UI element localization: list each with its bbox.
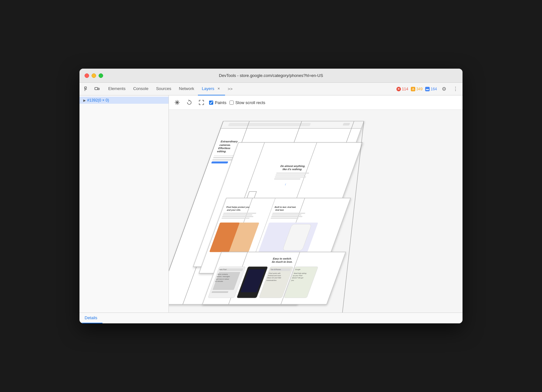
svg-text:and more in about: and more in about bbox=[215, 278, 230, 280]
svg-text:smartwatches.: smartwatches. bbox=[266, 279, 277, 281]
layers-canvas[interactable]: Extraordinary cameras. Effortless editin… bbox=[169, 110, 463, 313]
paints-checkbox[interactable] bbox=[209, 101, 213, 105]
tab-layers[interactable]: Layers ✕ bbox=[198, 83, 225, 95]
svg-rect-26 bbox=[275, 175, 305, 176]
svg-text:up your Pixel: up your Pixel bbox=[293, 275, 303, 276]
error-badge[interactable]: ✕ 114 bbox=[396, 87, 408, 91]
svg-text:New Pixel: New Pixel bbox=[219, 268, 227, 270]
devtools-window: DevTools - store.google.com/category/pho… bbox=[79, 69, 463, 323]
more-options-icon[interactable]: ⋮ bbox=[451, 85, 460, 94]
expand-arrow: ▶ bbox=[83, 99, 86, 102]
svg-text:More contacts,: More contacts, bbox=[217, 273, 229, 275]
svg-rect-37 bbox=[223, 213, 256, 214]
layers-sidebar: ▶ #1392(0 × 0) bbox=[79, 95, 169, 313]
layer-item[interactable]: ▶ #1392(0 × 0) bbox=[79, 97, 169, 104]
svg-rect-25 bbox=[276, 173, 309, 174]
pan-tool-icon[interactable] bbox=[173, 98, 182, 107]
warning-icon: ⚠ bbox=[411, 87, 415, 91]
svg-rect-8 bbox=[343, 123, 350, 125]
svg-text:like it's nothing.: like it's nothing. bbox=[282, 168, 303, 171]
svg-rect-27 bbox=[275, 177, 306, 177]
svg-text:Android and most: Android and most bbox=[268, 275, 282, 276]
svg-text:Google: Google bbox=[295, 268, 301, 270]
warning-badge[interactable]: ⚠ 349 bbox=[411, 87, 423, 91]
tab-elements[interactable]: Elements bbox=[104, 83, 129, 95]
window-title: DevTools - store.google.com/category/pho… bbox=[219, 73, 323, 78]
error-icon: ✕ bbox=[396, 87, 401, 91]
svg-text:and your info.: and your info. bbox=[226, 209, 241, 212]
svg-text:So much to love.: So much to love. bbox=[271, 260, 293, 264]
paints-checkbox-label[interactable]: Paints bbox=[209, 100, 226, 105]
devtools-toolbar: Elements Console Sources Network Layers … bbox=[79, 83, 463, 95]
message-icon: ▬ bbox=[425, 87, 430, 91]
layers-toolbar: Paints Slow scroll rects bbox=[169, 95, 463, 110]
svg-text:Extraordinary: Extraordinary bbox=[220, 140, 238, 143]
svg-text:Effortless: Effortless bbox=[218, 147, 231, 150]
svg-rect-19 bbox=[211, 162, 228, 163]
device-toggle-icon[interactable] bbox=[92, 85, 102, 94]
svg-rect-28 bbox=[274, 178, 300, 179]
svg-text:Pixel helps protect you: Pixel helps protect you bbox=[226, 206, 250, 208]
svg-rect-47 bbox=[271, 216, 302, 217]
close-layers-tab[interactable]: ✕ bbox=[216, 86, 221, 91]
fit-tool-icon[interactable] bbox=[197, 98, 206, 107]
svg-text:editing.: editing. bbox=[217, 150, 227, 153]
message-badge[interactable]: ▬ 164 bbox=[425, 87, 437, 91]
traffic-lights bbox=[85, 73, 103, 78]
settings-icon[interactable]: ⚙ bbox=[440, 85, 448, 94]
layers-3d-view: Extraordinary cameras. Effortless editin… bbox=[169, 110, 463, 313]
svg-rect-59 bbox=[211, 291, 228, 293]
tab-sources[interactable]: Sources bbox=[152, 83, 175, 95]
main-area: ▶ #1392(0 × 0) bbox=[79, 95, 463, 313]
svg-text:Wear OS and Fitbit: Wear OS and Fitbit bbox=[267, 277, 282, 279]
svg-text:cameras.: cameras. bbox=[219, 143, 231, 147]
details-tab[interactable]: Details bbox=[79, 313, 102, 323]
slow-scroll-checkbox[interactable] bbox=[230, 101, 234, 105]
maximize-button[interactable] bbox=[99, 73, 103, 78]
svg-text:Need help setting: Need help setting bbox=[293, 272, 307, 274]
svg-text:device? We got: device? We got bbox=[292, 277, 304, 279]
minimize-button[interactable] bbox=[92, 73, 96, 78]
titlebar: DevTools - store.google.com/category/pho… bbox=[79, 69, 463, 83]
svg-text:Easy to switch.: Easy to switch. bbox=[272, 257, 292, 260]
svg-text:The #1Phones: The #1Phones bbox=[270, 268, 282, 270]
svg-rect-7 bbox=[228, 123, 311, 126]
svg-rect-4 bbox=[98, 88, 99, 90]
svg-text:Do almost anything,: Do almost anything, bbox=[280, 164, 306, 168]
svg-rect-38 bbox=[223, 215, 252, 215]
layers-content: Paints Slow scroll rects bbox=[169, 95, 463, 313]
bottom-bar: Details bbox=[79, 313, 463, 323]
svg-rect-45 bbox=[272, 213, 305, 214]
svg-rect-3 bbox=[95, 87, 98, 90]
tab-console[interactable]: Console bbox=[129, 83, 152, 95]
svg-text:Pixel works with: Pixel works with bbox=[268, 272, 281, 274]
devtools-tabs: Elements Console Sources Network Layers … bbox=[104, 83, 396, 95]
inspect-element-icon[interactable] bbox=[82, 85, 92, 94]
close-button[interactable] bbox=[85, 73, 89, 78]
rotate-tool-icon[interactable] bbox=[185, 98, 194, 107]
svg-text:And last.: And last. bbox=[275, 209, 285, 211]
svg-text:30 minutes.: 30 minutes. bbox=[215, 280, 224, 282]
svg-rect-48 bbox=[270, 218, 298, 219]
svg-text:photos, messages: photos, messages bbox=[216, 276, 230, 278]
toolbar-icons bbox=[82, 85, 102, 94]
svg-rect-40 bbox=[222, 218, 250, 219]
svg-rect-39 bbox=[222, 216, 253, 217]
svg-text:Built to last. And last.: Built to last. And last. bbox=[274, 206, 297, 208]
slow-scroll-checkbox-label[interactable]: Slow scroll rects bbox=[230, 100, 265, 105]
more-tabs-button[interactable]: >> bbox=[225, 87, 235, 91]
toolbar-right: ✕ 114 ⚠ 349 ▬ 164 ⚙ ⋮ bbox=[396, 85, 460, 94]
tab-network[interactable]: Network bbox=[175, 83, 198, 95]
svg-rect-46 bbox=[272, 215, 301, 215]
